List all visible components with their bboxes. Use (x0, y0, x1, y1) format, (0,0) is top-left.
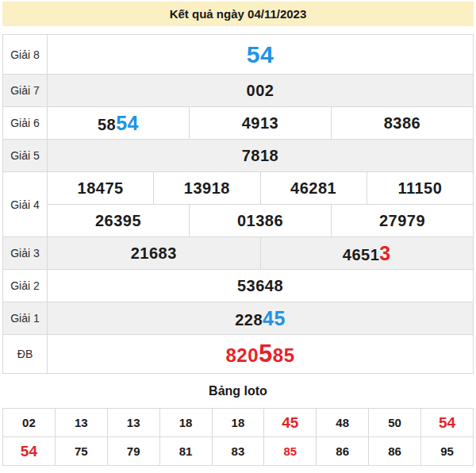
prize-value-cell: 54 (48, 35, 474, 75)
loto-cell: 79 (107, 437, 159, 466)
loto-table: 02 13 13 18 18 45 48 50 54 54 75 79 81 8… (2, 408, 474, 466)
prize-value-cell: 46281 (260, 172, 367, 205)
prize-value-cell: 820585 (48, 335, 474, 374)
loto-number: 02 (22, 416, 36, 429)
loto-cell: 81 (159, 437, 212, 466)
prize-value-cell: 13918 (154, 172, 260, 205)
prize-value-cell: 46513 (260, 237, 474, 270)
prize-row-special: ĐB 820585 (3, 335, 474, 374)
prize-value-cell: 21683 (48, 237, 261, 270)
prize-row-g4a: Giải 4 18475 13918 46281 11150 (3, 172, 474, 205)
loto-number: 95 (440, 444, 454, 458)
prize-number-g4-3: 46281 (290, 179, 336, 197)
loto-cell: 95 (421, 437, 474, 466)
loto-cell: 18 (212, 409, 264, 437)
loto-number: 18 (232, 416, 245, 429)
loto-number: 86 (388, 444, 401, 458)
prize-number-g2: 53648 (237, 277, 283, 294)
prize-value-cell: 26395 (48, 205, 190, 237)
loto-cell: 48 (317, 409, 369, 437)
loto-cell: 18 (159, 409, 212, 437)
prize-number-g3-1: 21683 (131, 244, 177, 262)
loto-number: 85 (283, 444, 297, 458)
loto-cell: 02 (3, 409, 56, 437)
prize-number-g6-1: 5854 (98, 116, 139, 133)
prize-number-g5: 7818 (242, 147, 279, 164)
prize-value-cell: 8386 (332, 107, 474, 140)
loto-row-2: 54 75 79 81 83 85 86 86 95 (3, 437, 474, 466)
prize-value-cell: 4913 (190, 107, 332, 140)
loto-cell: 86 (317, 437, 369, 466)
highlighted-digits: 3 (379, 242, 390, 264)
prize-label-g2: Giải 2 (3, 270, 48, 302)
loto-cell: 83 (212, 437, 264, 466)
prize-number-g6-2: 4913 (242, 114, 279, 132)
lottery-results-page: Kết quả ngày 04/11/2023 Giải 8 54 Giải 7… (0, 0, 476, 466)
loto-cell: 45 (264, 409, 317, 437)
prize-number-part: 228 (235, 311, 263, 329)
loto-number: 48 (336, 416, 349, 429)
prize-number-g3-2: 46513 (343, 246, 391, 263)
prize-number-part: 58 (98, 116, 116, 133)
prize-number-part: 85 (273, 344, 295, 366)
loto-number: 79 (127, 444, 140, 458)
loto-number: 50 (388, 416, 401, 429)
loto-number: 13 (127, 416, 140, 429)
prize-row-g3: Giải 3 21683 46513 (3, 237, 474, 270)
loto-number: 54 (21, 443, 37, 460)
prize-value-cell: 11150 (367, 172, 473, 205)
loto-number: 75 (75, 444, 88, 458)
prize-number-g4-5: 26395 (95, 212, 141, 229)
highlighted-digits: 45 (263, 307, 286, 329)
loto-cell: 86 (369, 437, 421, 466)
prize-row-g5: Giải 5 7818 (3, 140, 474, 172)
prize-label-g4: Giải 4 (3, 172, 48, 237)
loto-number: 86 (336, 444, 349, 458)
loto-number: 83 (232, 444, 245, 458)
results-header: Kết quả ngày 04/11/2023 (2, 2, 474, 26)
prize-value-cell: 18475 (48, 172, 154, 205)
prize-number-g6-3: 8386 (384, 114, 421, 132)
loto-cell: 13 (107, 409, 159, 437)
prize-number-part: 4651 (343, 246, 380, 263)
loto-number: 54 (439, 414, 455, 431)
loto-number: 81 (179, 444, 193, 458)
prize-value-cell: 53648 (48, 270, 474, 302)
prize-value-cell: 27979 (332, 205, 474, 237)
loto-number: 13 (75, 416, 88, 429)
loto-cell: 50 (369, 409, 421, 437)
prize-table: Giải 8 54 Giải 7 002 Giải 6 5854 4913 (2, 34, 474, 374)
prize-number-g1: 22845 (235, 311, 286, 329)
prize-value-cell: 7818 (48, 140, 474, 172)
loto-row-1: 02 13 13 18 18 45 48 50 54 (3, 409, 474, 437)
loto-cell: 75 (55, 437, 107, 466)
highlighted-digit: 5 (259, 340, 273, 367)
prize-label-g5: Giải 5 (3, 140, 48, 172)
prize-number-g4-6: 01386 (237, 212, 283, 229)
prize-row-g8: Giải 8 54 (3, 35, 474, 75)
loto-number: 18 (179, 416, 193, 429)
prize-number-g4-1: 18475 (78, 179, 124, 197)
prize-row-g6: Giải 6 5854 4913 8386 (3, 107, 474, 140)
loto-cell: 85 (264, 437, 317, 466)
prize-number-g7: 002 (247, 82, 274, 99)
prize-label-g7: Giải 7 (3, 75, 48, 107)
prize-value-cell: 5854 (48, 107, 190, 140)
loto-section-title: Bảng loto (2, 384, 474, 398)
loto-cell: 54 (421, 409, 474, 437)
highlighted-digits: 54 (116, 112, 139, 134)
prize-row-g7: Giải 7 002 (3, 75, 474, 107)
prize-label-g3: Giải 3 (3, 237, 48, 270)
prize-label-special: ĐB (3, 335, 48, 374)
loto-cell: 54 (3, 437, 56, 466)
prize-value-cell: 22845 (48, 302, 474, 335)
prize-label-g6: Giải 6 (3, 107, 48, 140)
prize-number-special: 820585 (226, 344, 295, 366)
loto-number: 45 (282, 414, 298, 431)
prize-row-g1: Giải 1 22845 (3, 302, 474, 335)
prize-row-g2: Giải 2 53648 (3, 270, 474, 302)
prize-label-g1: Giải 1 (3, 302, 48, 335)
prize-number-g4-2: 13918 (184, 179, 230, 197)
prize-value-cell: 002 (48, 75, 474, 107)
prize-number-g4-7: 27979 (379, 212, 425, 229)
